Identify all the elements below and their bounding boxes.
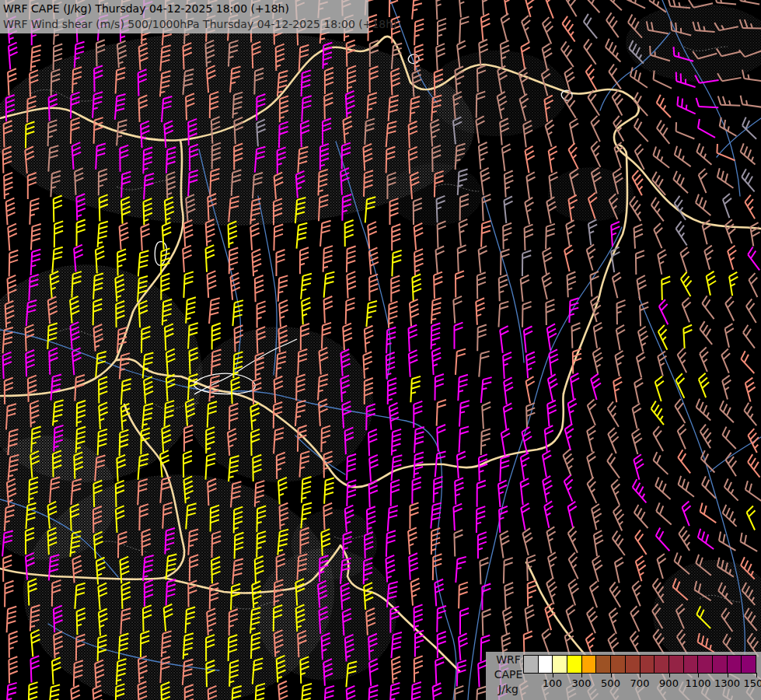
weather-map-viewport: WRF CAPE (J/kg) Thursday 04-12-2025 18:0… xyxy=(0,0,761,700)
legend-colorbar xyxy=(523,655,756,674)
legend-tick-label: 1500 xyxy=(743,677,761,689)
legend-title-model: WRF xyxy=(491,653,525,667)
legend-color-cell xyxy=(538,656,553,673)
legend-color-cell xyxy=(640,656,655,673)
legend-color-cell xyxy=(610,656,625,673)
map-title-cape: WRF CAPE (J/kg) Thursday 04-12-2025 18:0… xyxy=(3,1,364,16)
legend-color-cell xyxy=(567,656,581,673)
legend-color-cell xyxy=(581,656,596,673)
map-title-panel: WRF CAPE (J/kg) Thursday 04-12-2025 18:0… xyxy=(0,0,368,33)
legend-tick-label: 300 xyxy=(572,677,592,689)
legend-color-cell xyxy=(683,656,698,673)
legend-color-cell xyxy=(741,656,756,673)
legend-color-cell xyxy=(668,656,683,673)
legend-color-cell xyxy=(625,656,640,673)
legend-color-cell xyxy=(654,656,668,673)
cape-legend-panel: WRF CAPE J/kg 10030050070090011001300150… xyxy=(486,652,761,700)
legend-color-cell xyxy=(727,656,742,673)
legend-tick-label: 700 xyxy=(630,677,650,689)
legend-tick-label: 1100 xyxy=(685,677,710,689)
legend-color-cell xyxy=(595,656,610,673)
map-canvas xyxy=(0,0,761,700)
legend-tick-label: 900 xyxy=(659,677,679,689)
legend-color-cell xyxy=(552,656,567,673)
legend-color-cell xyxy=(697,656,712,673)
legend-title-unit: J/kg xyxy=(491,682,525,697)
legend-color-cell xyxy=(524,656,538,673)
legend-tick-label: 100 xyxy=(543,677,562,689)
legend-tick-label: 500 xyxy=(601,677,620,689)
legend-title-variable: CAPE xyxy=(491,667,525,682)
legend-title: WRF CAPE J/kg xyxy=(491,653,525,697)
legend-tick-label: 1300 xyxy=(714,677,740,689)
legend-color-cell xyxy=(712,656,727,673)
map-title-windshear: WRF Wind shear (m/s) 500/1000hPa Thursda… xyxy=(3,16,364,32)
